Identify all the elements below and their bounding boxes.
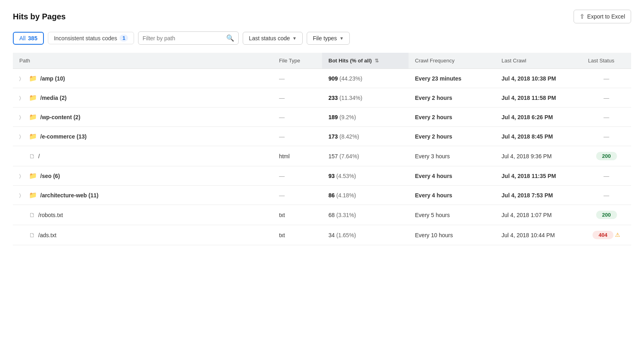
last-status-cell: — — [582, 127, 631, 146]
hits-pct: (8.42%) — [339, 133, 359, 140]
col-crawlfreq-header: Crawl Frequency — [409, 53, 495, 69]
hits-pct: (1.65%) — [336, 232, 356, 238]
folder-icon: 📁 — [29, 113, 37, 121]
table-row: 〉📁/architecture-web (11)—86 (4.18%)Every… — [13, 186, 631, 205]
expand-chevron[interactable]: 〉 — [19, 95, 26, 101]
path-cell: 〉📁/wp-content (2) — [13, 108, 272, 127]
last-status-cell: 200 — [582, 205, 631, 225]
path-cell: 〉📁/media (2) — [13, 88, 272, 108]
crawl-frequency-cell: Every 2 hours — [409, 108, 495, 127]
warning-icon: ⚠ — [615, 232, 620, 238]
path-label: /architecture-web (11) — [40, 192, 99, 199]
col-bothits-header[interactable]: Bot Hits (% of all) ⇅ — [322, 53, 409, 69]
file-type-cell: — — [272, 88, 322, 108]
last-crawl-cell: Jul 4, 2018 7:53 PM — [495, 186, 582, 205]
file-type-cell: html — [272, 146, 322, 166]
hits-pct: (7.64%) — [339, 153, 359, 159]
crawl-frequency-value: Every 2 hours — [415, 95, 452, 101]
crawl-frequency-value: Every 2 hours — [415, 114, 452, 120]
status-dash: — — [604, 114, 609, 120]
folder-icon: 📁 — [29, 191, 37, 199]
file-icon: 🗋 — [29, 211, 35, 218]
col-laststatus-header: Last Status — [582, 53, 631, 69]
path-cell: 🗋/robots.txt — [13, 205, 272, 225]
dash: — — [279, 173, 285, 179]
table-row: 〉📁/seo (6)—93 (4.53%)Every 4 hoursJul 4,… — [13, 166, 631, 186]
last-crawl-cell: Jul 4, 2018 1:07 PM — [495, 205, 582, 225]
bot-hits-cell: 189 (9.2%) — [322, 108, 409, 127]
crawl-frequency-cell: Every 23 minutes — [409, 69, 495, 88]
last-crawl-cell: Jul 4, 2018 8:45 PM — [495, 127, 582, 146]
table-row: 🗋/robots.txttxt68 (3.31%)Every 5 hoursJu… — [13, 205, 631, 225]
path-filter-box[interactable]: 🔍 — [138, 31, 239, 45]
last-status-code-dropdown[interactable]: Last status code ▼ — [243, 32, 303, 45]
path-cell: 〉📁/seo (6) — [13, 166, 272, 186]
path-label: /wp-content (2) — [40, 114, 80, 120]
path-filter-input[interactable] — [142, 35, 224, 41]
expand-chevron[interactable]: 〉 — [19, 134, 26, 139]
bot-hits-cell: 68 (3.31%) — [322, 205, 409, 225]
folder-icon: 📁 — [29, 172, 37, 180]
bot-hits-cell: 157 (7.64%) — [322, 146, 409, 166]
bot-hits-cell: 93 (4.53%) — [322, 166, 409, 186]
page-title: Hits by Pages — [13, 12, 66, 21]
crawl-frequency-value: Every 4 hours — [415, 173, 452, 179]
path-cell: 〉📁/architecture-web (11) — [13, 186, 272, 205]
last-status-cell: 404⚠ — [582, 225, 631, 245]
crawl-frequency-cell: Every 2 hours — [409, 127, 495, 146]
hits-pct: (11.34%) — [339, 95, 362, 101]
hits-value: 68 — [328, 212, 335, 218]
bot-hits-cell: 86 (4.18%) — [322, 186, 409, 205]
last-crawl-cell: Jul 4, 2018 6:26 PM — [495, 108, 582, 127]
status-dash: — — [604, 173, 609, 179]
chevron-down-icon: ▼ — [339, 36, 344, 41]
expand-chevron[interactable]: 〉 — [19, 173, 26, 179]
file-types-dropdown[interactable]: File types ▼ — [307, 32, 350, 45]
path-label: /media (2) — [40, 95, 66, 101]
path-cell: 〉📁/e-commerce (13) — [13, 127, 272, 146]
hits-value: 233 — [328, 95, 338, 101]
file-type-cell: — — [272, 108, 322, 127]
sort-icon: ⇅ — [375, 58, 379, 64]
last-status-cell: — — [582, 88, 631, 108]
tab-all[interactable]: All 385 — [13, 32, 44, 45]
table-row: 〉📁/e-commerce (13)—173 (8.42%)Every 2 ho… — [13, 127, 631, 146]
expand-chevron[interactable]: 〉 — [19, 114, 26, 120]
table-row: 〉📁/media (2)—233 (11.34%)Every 2 hoursJu… — [13, 88, 631, 108]
last-crawl-value: Jul 4, 2018 7:53 PM — [502, 192, 553, 199]
last-crawl-value: Jul 4, 2018 6:26 PM — [502, 114, 553, 120]
crawl-frequency-cell: Every 3 hours — [409, 146, 495, 166]
col-path-header: Path — [13, 53, 272, 69]
col-filetype-header: File Type — [272, 53, 322, 69]
crawl-frequency-cell: Every 4 hours — [409, 166, 495, 186]
tab-inconsistent[interactable]: Inconsistent status codes 1 — [48, 32, 134, 44]
status-badge: 200 — [596, 211, 617, 219]
path-cell: 〉📁/amp (10) — [13, 69, 272, 88]
filter-row: All 385 Inconsistent status codes 1 🔍 La… — [13, 31, 631, 45]
crawl-frequency-value: Every 2 hours — [415, 133, 452, 140]
last-crawl-value: Jul 4, 2018 11:58 PM — [502, 95, 556, 101]
expand-chevron[interactable]: 〉 — [19, 76, 26, 81]
path-cell: 🗋/ — [13, 146, 272, 166]
file-icon: 🗋 — [29, 153, 35, 159]
table-row: 〉📁/wp-content (2)—189 (9.2%)Every 2 hour… — [13, 108, 631, 127]
status-dash: — — [604, 192, 609, 199]
expand-chevron[interactable]: 〉 — [19, 192, 26, 198]
file-icon: 🗋 — [29, 232, 35, 238]
last-crawl-value: Jul 4, 2018 11:35 PM — [502, 173, 556, 179]
last-status-cell: — — [582, 166, 631, 186]
status-dash: — — [604, 133, 609, 140]
file-type-cell: — — [272, 186, 322, 205]
last-crawl-value: Jul 4, 2018 10:38 PM — [502, 75, 556, 82]
status-badge: 404 — [592, 231, 613, 239]
bot-hits-cell: 233 (11.34%) — [322, 88, 409, 108]
export-button[interactable]: ⇧ Export to Excel — [574, 10, 631, 23]
hits-value: 157 — [328, 153, 338, 159]
crawl-frequency-cell: Every 4 hours — [409, 186, 495, 205]
dash: — — [279, 95, 285, 101]
crawl-frequency-value: Every 23 minutes — [415, 75, 461, 82]
bot-hits-cell: 909 (44.23%) — [322, 69, 409, 88]
path-label: / — [38, 153, 40, 159]
crawl-frequency-cell: Every 2 hours — [409, 88, 495, 108]
path-label: /robots.txt — [38, 212, 63, 218]
